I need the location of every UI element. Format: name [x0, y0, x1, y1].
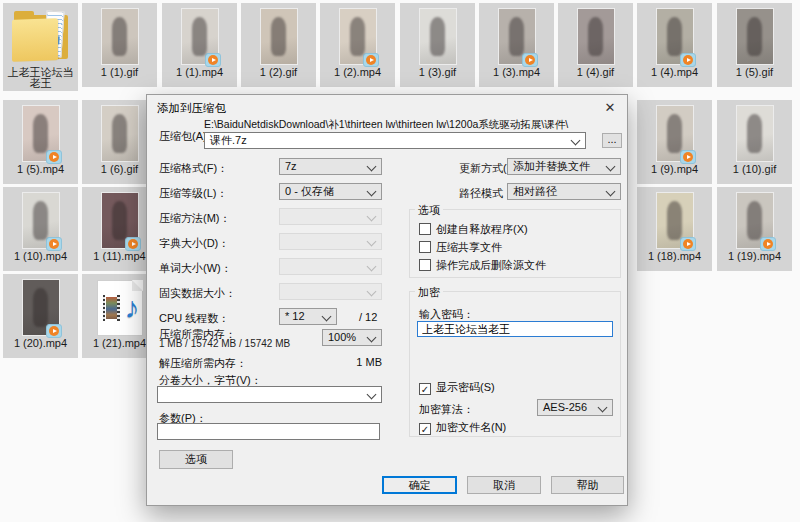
file-thumbnail [656, 8, 694, 65]
file-item[interactable]: 1 (1).mp4 [162, 3, 237, 87]
archive-name-combo[interactable]: 课件.7z [204, 132, 586, 149]
checkbox-icon: ✓ [419, 383, 431, 395]
file-item[interactable]: 1 (4).gif [558, 3, 633, 87]
file-thumbnail [101, 105, 139, 162]
dict-size-label: 字典大小(D)： [159, 236, 229, 251]
file-item[interactable]: 1 (2).mp4 [320, 3, 395, 87]
play-badge-icon [760, 237, 776, 251]
checkbox-delete-source[interactable]: 操作完成后删除源文件 [419, 258, 546, 273]
file-item[interactable]: 上老王论坛当老王 [3, 3, 78, 91]
file-item[interactable]: 1 (10).mp4 [3, 187, 78, 271]
file-thumbnail [22, 105, 60, 162]
file-name: 1 (10).gif [717, 164, 792, 175]
options-button[interactable]: 选项 [159, 450, 233, 469]
play-badge-icon [680, 150, 696, 164]
play-badge-icon [522, 53, 538, 67]
media-file-icon: ♪ [97, 280, 143, 336]
file-item[interactable]: 1 (19).mp4 [717, 187, 792, 271]
add-to-archive-dialog: 添加到压缩包 ✕ 压缩包(A)： E:\BaiduNetdiskDownload… [146, 94, 628, 506]
path-mode-combo[interactable]: 相对路径 [507, 183, 621, 200]
checkbox-icon [419, 259, 431, 271]
path-mode-label: 路径模式 [459, 186, 503, 201]
cpu-threads-max: / 12 [359, 311, 377, 323]
checkbox-icon [419, 241, 431, 253]
method-combo [279, 208, 382, 225]
file-name: 1 (1).gif [82, 67, 157, 78]
level-combo[interactable]: 0 - 仅存储 [279, 183, 382, 200]
checkbox-label: 加密文件名(N) [436, 421, 506, 433]
file-item[interactable]: 1 (20).mp4 [3, 274, 78, 358]
file-name: 1 (3).gif [400, 67, 475, 78]
file-item[interactable]: 1 (1).gif [82, 3, 157, 87]
encrypt-group-label: 加密 [415, 285, 443, 300]
file-name: 上老王论坛当老王 [3, 67, 78, 89]
file-thumbnail [22, 192, 60, 249]
archive-name-value: 课件.7z [210, 134, 247, 146]
password-input[interactable] [417, 321, 613, 337]
mem-percent-value: 100% [328, 331, 356, 343]
file-item[interactable]: 1 (5).mp4 [3, 100, 78, 184]
word-size-combo [279, 258, 382, 275]
folder-icon [10, 9, 72, 63]
file-item[interactable]: 1 (10).gif [717, 100, 792, 184]
checkbox-encrypt-names[interactable]: ✓加密文件名(N) [419, 420, 506, 435]
file-name: 1 (3).mp4 [479, 67, 554, 78]
format-combo[interactable]: 7z [279, 158, 382, 175]
file-item[interactable]: 1 (3).mp4 [479, 3, 554, 87]
cpu-threads-combo[interactable]: * 12 [279, 308, 337, 325]
update-mode-combo[interactable]: 添加并替换文件 [507, 158, 621, 175]
path-mode-value: 相对路径 [513, 185, 557, 197]
file-name: 1 (2).mp4 [320, 67, 395, 78]
file-item[interactable]: 1 (4).mp4 [637, 3, 712, 87]
checkbox-label: 显示密码(S) [436, 381, 495, 393]
file-item[interactable]: 1 (18).mp4 [637, 187, 712, 271]
checkbox-create-sfx[interactable]: 创建自释放程序(X) [419, 222, 528, 237]
browse-button[interactable]: ... [602, 133, 622, 148]
checkbox-label: 压缩共享文件 [436, 241, 502, 253]
file-name: 1 (20).mp4 [3, 338, 78, 349]
file-item[interactable]: 1 (2).gif [241, 3, 316, 87]
encrypt-algo-combo[interactable]: AES-256 [537, 399, 613, 416]
unpack-mem-value: 1 MB [327, 356, 382, 368]
file-item[interactable]: 1 (5).gif [717, 3, 792, 87]
mem-percent-combo[interactable]: 100% [322, 329, 382, 346]
file-name: 1 (18).mp4 [637, 251, 712, 262]
checkbox-compress-shared[interactable]: 压缩共享文件 [419, 240, 502, 255]
help-button[interactable]: 帮助 [551, 476, 624, 494]
play-badge-icon [46, 150, 62, 164]
filmstrip-icon [103, 295, 120, 321]
file-name: 1 (2).gif [241, 67, 316, 78]
method-label: 压缩方法(M)： [159, 211, 231, 226]
solid-size-combo [279, 283, 382, 300]
file-thumbnail [101, 192, 139, 249]
file-name: 1 (4).gif [558, 67, 633, 78]
close-icon[interactable]: ✕ [599, 99, 621, 117]
cancel-button[interactable]: 取消 [467, 476, 541, 494]
ok-button[interactable]: 确定 [382, 476, 457, 494]
options-group-label: 选项 [415, 203, 443, 218]
volume-size-combo[interactable] [157, 386, 382, 403]
solid-size-label: 固实数据大小： [159, 286, 236, 301]
file-thumbnail [419, 8, 457, 65]
checkbox-show-password[interactable]: ✓显示密码(S) [419, 380, 495, 395]
play-badge-icon [125, 237, 141, 251]
music-note-icon: ♪ [125, 291, 140, 325]
file-thumbnail [736, 105, 774, 162]
file-item[interactable]: 1 (3).gif [400, 3, 475, 87]
encrypt-algo-value: AES-256 [543, 401, 587, 413]
file-name: 1 (9).mp4 [637, 164, 712, 175]
cpu-threads-value: * 12 [285, 310, 305, 322]
file-name: 1 (10).mp4 [3, 251, 78, 262]
word-size-label: 单词大小(W)： [159, 261, 232, 276]
archive-path: E:\BaiduNetdiskDownload\补1\thirteen lw\t… [204, 118, 624, 132]
mem-detail: 1 MB / 15742 MB / 15742 MB [159, 338, 290, 349]
file-item[interactable]: 1 (9).mp4 [637, 100, 712, 184]
file-thumbnail [101, 8, 139, 65]
file-name: 1 (1).mp4 [162, 67, 237, 78]
file-thumbnail [577, 8, 615, 65]
file-name: 1 (4).mp4 [637, 67, 712, 78]
play-badge-icon [46, 237, 62, 251]
params-input[interactable] [157, 423, 380, 440]
file-name: 1 (5).gif [717, 67, 792, 78]
play-badge-icon [680, 237, 696, 251]
